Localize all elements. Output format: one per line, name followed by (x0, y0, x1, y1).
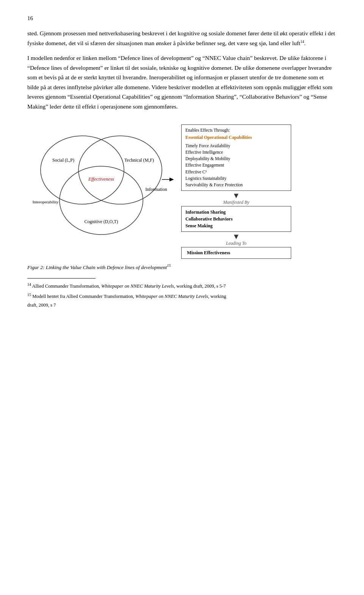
footnote-14: 14 Allied Commander Transformation, Whit… (27, 282, 337, 290)
enables-title: Enables Effects Through: (185, 127, 287, 134)
technical-label: Technical (M,F) (124, 157, 154, 163)
venn-diagram: Effectiveness Social (L,P) Technical (M,… (27, 121, 175, 244)
info-sharing-line: Information Sharing (185, 209, 287, 216)
info-sharing-box: Information Sharing Collaborative Behavi… (181, 206, 291, 232)
item-6: Logistics Sustainability (185, 175, 287, 182)
interoperability-label: Interoperability (33, 200, 59, 204)
footnotes: 14 Allied Commander Transformation, Whit… (27, 282, 337, 309)
right-flowchart: Enables Effects Through: Essential Opera… (181, 121, 337, 259)
page-number: 16 (27, 15, 337, 22)
manifested-label: Manifested By (223, 200, 249, 205)
item-2: Effective Intelligence (185, 149, 287, 156)
footnote-15: 15 Modell hentet fra Allied Commander Tr… (27, 292, 337, 301)
effectiveness-label: Effectiveness (88, 176, 114, 182)
item-1: Timely Force Availability (185, 143, 287, 149)
leading-to-label: Leading To (226, 241, 246, 246)
paragraph-1: sted. Gjennom prosessen med nettverksbas… (27, 28, 337, 48)
cognitive-label: Cognitive (D,O,T) (85, 219, 118, 224)
collaborative-line: Collaborative Behaviors (185, 216, 287, 222)
main-text: sted. Gjennom prosessen med nettverksbas… (27, 28, 337, 112)
figure-caption: Figur 2: Linking the Value Chain with De… (27, 263, 337, 271)
footnote-15-cont: draft, 2009, s 7 (27, 302, 337, 309)
item-3: Deployability & Mobility (185, 156, 287, 162)
information-label: Information (145, 187, 167, 192)
caption-text: Figur 2: Linking the Value Chain with De… (27, 264, 167, 270)
enables-box: Enables Effects Through: Essential Opera… (181, 124, 291, 191)
mission-label: Mission Effectiveness (187, 250, 230, 255)
mission-box: Mission Effectiveness (181, 247, 291, 259)
social-label: Social (L,P) (52, 157, 74, 163)
footnote-divider (27, 278, 96, 279)
paragraph-2: I modellen nedenfor er linken mellom “De… (27, 53, 337, 111)
eoc-items: Timely Force Availability Effective Inte… (185, 143, 287, 189)
sense-making-line: Sense Making (185, 222, 287, 229)
item-5: Effective C³ (185, 169, 287, 175)
arrow-down-1: ▼ Manifested By (181, 191, 291, 206)
item-4: Effective Engagement (185, 162, 287, 168)
eoc-label: Essential Operational Capabilities (185, 134, 287, 141)
figure-area: Effectiveness Social (L,P) Technical (M,… (27, 121, 337, 259)
item-7: Survivability & Force Protection (185, 182, 287, 188)
arrow-down-2: ▼ Leading To (181, 232, 291, 247)
